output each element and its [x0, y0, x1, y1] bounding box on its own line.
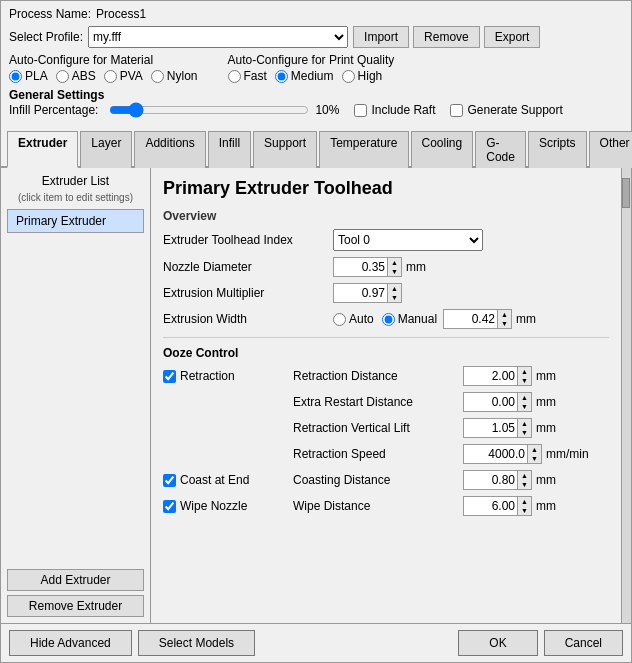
extrusion-multiplier-input[interactable] — [333, 283, 388, 303]
import-button[interactable]: Import — [353, 26, 409, 48]
generate-support-checkbox[interactable] — [450, 104, 463, 117]
extrusion-multiplier-down[interactable]: ▼ — [388, 293, 401, 302]
material-pva[interactable]: PVA — [104, 69, 143, 83]
extra-restart-up[interactable]: ▲ — [518, 393, 531, 402]
wipe-distance-down[interactable]: ▼ — [518, 506, 531, 515]
retraction-speed-down[interactable]: ▼ — [528, 454, 541, 463]
coasting-distance-spinner-btns: ▲ ▼ — [518, 470, 532, 490]
extrusion-width-manual-radio[interactable] — [382, 313, 395, 326]
tab-scripts[interactable]: Scripts — [528, 131, 587, 168]
autoconf-quality-group: Auto-Configure for Print Quality Fast Me… — [228, 53, 395, 83]
main-window: Process Name: Process1 Select Profile: m… — [0, 0, 632, 663]
nozzle-diameter-up[interactable]: ▲ — [388, 258, 401, 267]
right-scrollbar[interactable] — [621, 168, 631, 623]
select-models-button[interactable]: Select Models — [138, 630, 255, 656]
toolhead-index-select[interactable]: Tool 0 — [333, 229, 483, 251]
coasting-distance-spinner: ▲ ▼ — [463, 470, 532, 490]
cancel-button[interactable]: Cancel — [544, 630, 623, 656]
retraction-checkbox-label[interactable]: Retraction — [163, 369, 293, 383]
retraction-distance-up[interactable]: ▲ — [518, 367, 531, 376]
add-extruder-button[interactable]: Add Extruder — [7, 569, 144, 591]
tab-temperature[interactable]: Temperature — [319, 131, 408, 168]
material-abs[interactable]: ABS — [56, 69, 96, 83]
extra-restart-label: Extra Restart Distance — [293, 395, 463, 409]
remove-button[interactable]: Remove — [413, 26, 480, 48]
tab-other[interactable]: Other — [589, 131, 632, 168]
retraction-speed-input[interactable] — [463, 444, 528, 464]
scrollbar-track — [622, 168, 631, 623]
wipe-distance-label: Wipe Distance — [293, 499, 463, 513]
export-button[interactable]: Export — [484, 26, 541, 48]
nozzle-diameter-down[interactable]: ▼ — [388, 267, 401, 276]
tab-support[interactable]: Support — [253, 131, 317, 168]
select-profile-label: Select Profile: — [9, 30, 83, 44]
material-nylon[interactable]: Nylon — [151, 69, 198, 83]
extrusion-width-auto-radio[interactable] — [333, 313, 346, 326]
wipe-nozzle-checkbox[interactable] — [163, 500, 176, 513]
autoconf-material-group: Auto-Configure for Material PLA ABS PVA … — [9, 53, 198, 83]
coast-at-end-checkbox[interactable] — [163, 474, 176, 487]
auto-label: Auto — [349, 312, 374, 326]
tab-extruder[interactable]: Extruder — [7, 131, 78, 168]
coasting-distance-down[interactable]: ▼ — [518, 480, 531, 489]
wipe-distance-input[interactable] — [463, 496, 518, 516]
extruder-list-item-primary[interactable]: Primary Extruder — [7, 209, 144, 233]
nozzle-diameter-row: Nozzle Diameter ▲ ▼ mm — [163, 257, 609, 277]
extrusion-multiplier-up[interactable]: ▲ — [388, 284, 401, 293]
top-section: Process Name: Process1 Select Profile: m… — [1, 1, 631, 127]
vertical-lift-input[interactable] — [463, 418, 518, 438]
extrusion-width-auto-label[interactable]: Auto — [333, 312, 374, 326]
ooze-control-label: Ooze Control — [163, 346, 609, 360]
wipe-distance-up[interactable]: ▲ — [518, 497, 531, 506]
extrusion-width-input[interactable] — [443, 309, 498, 329]
extrusion-width-unit: mm — [516, 312, 536, 326]
retraction-distance-spinner: ▲ ▼ — [463, 366, 532, 386]
tab-layer[interactable]: Layer — [80, 131, 132, 168]
extrusion-width-label: Extrusion Width — [163, 312, 333, 326]
extrusion-multiplier-spinner-btns: ▲ ▼ — [388, 283, 402, 303]
extrusion-width-down[interactable]: ▼ — [498, 319, 511, 328]
infill-value: 10% — [315, 103, 339, 117]
hide-advanced-button[interactable]: Hide Advanced — [9, 630, 132, 656]
retraction-distance-down[interactable]: ▼ — [518, 376, 531, 385]
tab-cooling[interactable]: Cooling — [411, 131, 474, 168]
extrusion-width-manual-label[interactable]: Manual — [382, 312, 437, 326]
extrusion-width-up[interactable]: ▲ — [498, 310, 511, 319]
include-raft-checkbox-label[interactable]: Include Raft — [354, 103, 435, 117]
wipe-nozzle-checkbox-label[interactable]: Wipe Nozzle — [163, 499, 293, 513]
profile-select[interactable]: my.fff — [88, 26, 348, 48]
tab-gcode[interactable]: G-Code — [475, 131, 526, 168]
retraction-distance-input[interactable] — [463, 366, 518, 386]
right-panel: Primary Extruder Toolhead Overview Extru… — [151, 168, 621, 623]
extruder-list-sublabel: (click item to edit settings) — [7, 192, 144, 203]
left-buttons: Add Extruder Remove Extruder — [7, 569, 144, 617]
infill-slider[interactable] — [109, 102, 309, 118]
retraction-speed-label: Retraction Speed — [293, 447, 463, 461]
tab-additions[interactable]: Additions — [134, 131, 205, 168]
retraction-checkbox[interactable] — [163, 370, 176, 383]
material-pla[interactable]: PLA — [9, 69, 48, 83]
general-settings-label: General Settings — [9, 88, 104, 102]
extra-restart-input[interactable] — [463, 392, 518, 412]
coasting-distance-input[interactable] — [463, 470, 518, 490]
retraction-speed-up[interactable]: ▲ — [528, 445, 541, 454]
nozzle-diameter-input[interactable] — [333, 257, 388, 277]
ok-button[interactable]: OK — [458, 630, 537, 656]
extra-restart-down[interactable]: ▼ — [518, 402, 531, 411]
remove-extruder-button[interactable]: Remove Extruder — [7, 595, 144, 617]
coast-at-end-checkbox-label[interactable]: Coast at End — [163, 473, 293, 487]
autoconf-quality-label: Auto-Configure for Print Quality — [228, 53, 395, 67]
quality-high[interactable]: High — [342, 69, 383, 83]
tab-infill[interactable]: Infill — [208, 131, 251, 168]
vertical-lift-down[interactable]: ▼ — [518, 428, 531, 437]
scrollbar-thumb[interactable] — [622, 178, 630, 208]
retraction-row: Retraction Retraction Distance ▲ ▼ mm — [163, 366, 609, 386]
vertical-lift-up[interactable]: ▲ — [518, 419, 531, 428]
coasting-distance-up[interactable]: ▲ — [518, 471, 531, 480]
quality-medium[interactable]: Medium — [275, 69, 334, 83]
quality-fast[interactable]: Fast — [228, 69, 267, 83]
generate-support-checkbox-label[interactable]: Generate Support — [450, 103, 562, 117]
autoconf-material-label: Auto-Configure for Material — [9, 53, 198, 67]
generate-support-label: Generate Support — [467, 103, 562, 117]
include-raft-checkbox[interactable] — [354, 104, 367, 117]
